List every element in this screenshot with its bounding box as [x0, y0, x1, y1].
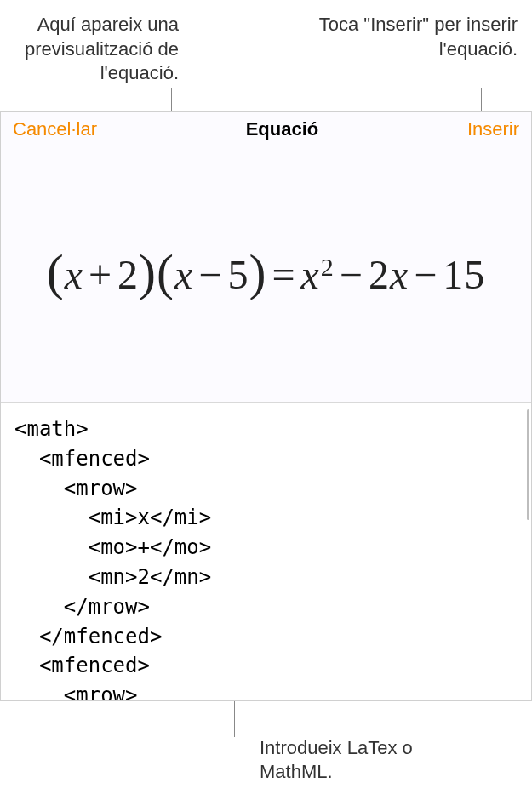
eq-rparen-1: ) — [139, 243, 157, 302]
insert-button[interactable]: Inserir — [464, 113, 523, 146]
eq-sup-2: 2 — [321, 253, 335, 282]
callout-code: Introdueix LaTex o MathML. — [260, 736, 472, 785]
code-input-text[interactable]: <math> <mfenced> <mrow> <mi>x</mi> <mo>+… — [1, 403, 531, 700]
dialog-navbar: Cancel·lar Equació Inserir — [1, 112, 531, 147]
equation-preview: ( x + 2 ) ( x − 5 ) = x 2 − 2 x − 15 — [1, 147, 531, 403]
equation-rendered: ( x + 2 ) ( x − 5 ) = x 2 − 2 x − 15 — [47, 245, 486, 304]
equation-dialog: Cancel·lar Equació Inserir ( x + 2 ) ( x… — [0, 111, 532, 701]
code-input-area[interactable]: <math> <mfenced> <mrow> <mi>x</mi> <mo>+… — [1, 403, 531, 700]
eq-x-4: x — [390, 251, 409, 298]
eq-minus-1: − — [193, 251, 227, 298]
eq-x-2: x — [174, 251, 193, 298]
callout-insert: Toca "Inserir" per inserir l'equació. — [262, 13, 518, 61]
eq-lparen-2: ( — [157, 243, 174, 302]
eq-minus-2: − — [335, 251, 369, 298]
callout-preview: Aquí apareix una previsualització de l'e… — [0, 13, 179, 86]
eq-coef-2: 2 — [369, 251, 390, 298]
eq-num-5: 5 — [227, 251, 249, 298]
eq-rparen-2: ) — [249, 243, 266, 302]
eq-x-3: x — [301, 251, 320, 298]
cancel-button[interactable]: Cancel·lar — [9, 113, 100, 146]
eq-num-2: 2 — [117, 251, 139, 298]
eq-num-15: 15 — [443, 251, 485, 298]
scroll-indicator[interactable] — [527, 409, 529, 520]
eq-minus-3: − — [409, 251, 443, 298]
eq-equals: = — [266, 251, 300, 298]
dialog-title: Equació — [246, 118, 319, 140]
eq-plus-1: + — [83, 251, 117, 298]
eq-x-1: x — [65, 251, 83, 298]
eq-lparen-1: ( — [47, 243, 65, 302]
leader-line-insert — [481, 88, 482, 111]
